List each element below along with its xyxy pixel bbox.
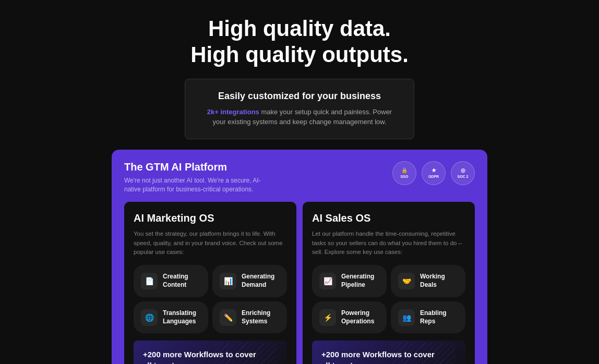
marketing-more-workflows-text: +200 more Workflows to coverall team's u…	[143, 349, 278, 364]
enabling-reps-card[interactable]: 👥 EnablingReps	[391, 301, 465, 334]
creating-content-card[interactable]: 📄 CreatingContent	[134, 265, 208, 297]
sales-more-workflows-text: +200 more Workflows to coverall team's u…	[321, 349, 456, 364]
info-box-description: 2k+ integrations make your setup quick a…	[206, 107, 393, 127]
gdpr-badge: ★ GDPR	[422, 161, 446, 185]
gtm-title-area: The GTM AI Platform We're not just anoth…	[124, 161, 270, 194]
info-box-title: Easily customized for your business	[206, 91, 393, 102]
soc-icon: ◎	[461, 167, 465, 174]
generating-pipeline-label: GeneratingPipeline	[341, 273, 374, 289]
gtm-badges: 🔒 SSO ★ GDPR ◎ SOC 2	[392, 161, 475, 185]
os-panels: AI Marketing OS You set the strategy, ou…	[124, 202, 475, 364]
enriching-systems-label: EnrichingSystems	[242, 309, 270, 325]
marketing-os-desc: You set the strategy, our platform bring…	[134, 229, 287, 257]
hero-title: High quality data. High quality outputs.	[190, 16, 409, 68]
sales-os-panel: AI Sales OS Let our platform handle the …	[303, 202, 475, 364]
integrations-highlight: 2k+ integrations	[207, 108, 259, 116]
content-icon: 📄	[141, 273, 158, 289]
page-wrapper: High quality data. High quality outputs.…	[0, 0, 599, 364]
working-deals-label: WorkingDeals	[420, 273, 445, 289]
creating-content-label: CreatingContent	[163, 273, 188, 289]
info-box: Easily customized for your business 2k+ …	[185, 79, 414, 139]
sales-os-title: AI Sales OS	[312, 212, 465, 224]
pipeline-icon: 📈	[319, 273, 336, 289]
gtm-section: The GTM AI Platform We're not just anoth…	[112, 150, 487, 364]
soc-label: SOC 2	[457, 175, 468, 179]
working-deals-card[interactable]: 🤝 WorkingDeals	[391, 265, 465, 297]
sso-badge: 🔒 SSO	[392, 161, 416, 185]
marketing-os-panel: AI Marketing OS You set the strategy, ou…	[124, 202, 296, 364]
translating-languages-label: TranslatingLanguages	[163, 309, 196, 325]
enabling-reps-label: EnablingReps	[420, 309, 447, 325]
generating-demand-label: GeneratingDemand	[242, 273, 274, 289]
soc-badge: ◎ SOC 2	[451, 161, 475, 185]
enrich-icon: ✏️	[220, 309, 236, 326]
marketing-more-workflows[interactable]: +200 more Workflows to coverall team's u…	[134, 341, 287, 364]
operations-icon: ⚡	[319, 309, 336, 326]
gdpr-label: GDPR	[428, 175, 439, 179]
marketing-os-title: AI Marketing OS	[134, 212, 287, 224]
sales-os-desc: Let our platform handle the time-consumi…	[312, 229, 465, 257]
deals-icon: 🤝	[398, 273, 415, 289]
gtm-header: The GTM AI Platform We're not just anoth…	[124, 161, 475, 194]
sso-icon: 🔒	[401, 167, 408, 174]
gtm-subtitle: We're not just another AI tool. We're a …	[124, 176, 270, 194]
enriching-systems-card[interactable]: ✏️ EnrichingSystems	[212, 301, 287, 334]
sso-label: SSO	[401, 175, 409, 179]
gdpr-icon: ★	[432, 167, 436, 174]
sales-use-cases-grid: 📈 GeneratingPipeline 🤝 WorkingDeals ⚡ Po…	[312, 265, 465, 333]
powering-operations-card[interactable]: ⚡ PoweringOperations	[312, 301, 387, 334]
demand-icon: 📊	[220, 273, 236, 289]
powering-operations-label: PoweringOperations	[341, 309, 374, 325]
generating-demand-card[interactable]: 📊 GeneratingDemand	[212, 265, 287, 297]
reps-icon: 👥	[398, 309, 415, 326]
gtm-title: The GTM AI Platform	[124, 161, 270, 173]
sales-more-workflows[interactable]: +200 more Workflows to coverall team's u…	[312, 341, 465, 364]
translate-icon: 🌐	[141, 309, 158, 326]
marketing-use-cases-grid: 📄 CreatingContent 📊 GeneratingDemand 🌐 T…	[134, 265, 287, 333]
generating-pipeline-card[interactable]: 📈 GeneratingPipeline	[312, 265, 387, 297]
translating-languages-card[interactable]: 🌐 TranslatingLanguages	[134, 301, 208, 334]
